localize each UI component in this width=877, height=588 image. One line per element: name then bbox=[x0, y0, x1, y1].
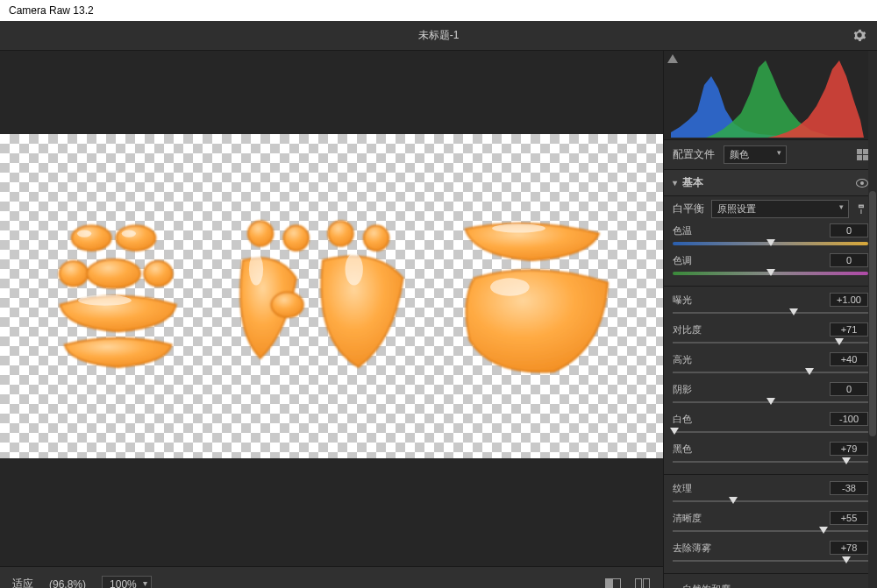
svg-point-15 bbox=[345, 253, 362, 286]
blacks-label: 黑色 bbox=[673, 443, 830, 456]
preview-pad-bottom bbox=[0, 458, 663, 566]
highlights-value[interactable]: +40 bbox=[830, 352, 868, 366]
svg-point-2 bbox=[59, 261, 87, 286]
slider-shadows[interactable]: 阴影0 bbox=[664, 379, 877, 409]
section-basic-header[interactable]: ▾ 基本 bbox=[664, 170, 877, 196]
svg-point-6 bbox=[283, 226, 308, 251]
slider-temperature[interactable]: 色温0 bbox=[664, 221, 877, 251]
blacks-thumb[interactable] bbox=[842, 457, 851, 464]
whites-thumb[interactable] bbox=[670, 428, 679, 435]
slider-whites[interactable]: 白色-100 bbox=[664, 409, 877, 439]
adjustment-sidebar: 配置文件 颜色 ▾ 基本 白平衡 原照设置 色温0 bbox=[663, 51, 877, 588]
svg-point-14 bbox=[249, 253, 263, 286]
fit-label[interactable]: 适应 bbox=[12, 577, 33, 588]
shadows-value[interactable]: 0 bbox=[830, 382, 868, 396]
clarity-label: 清晰度 bbox=[673, 512, 830, 525]
divider bbox=[664, 286, 877, 287]
compare-split-icon[interactable] bbox=[635, 578, 651, 589]
svg-point-11 bbox=[77, 230, 91, 237]
svg-point-9 bbox=[271, 293, 303, 317]
svg-point-7 bbox=[328, 222, 353, 246]
visibility-eye-icon[interactable] bbox=[856, 179, 868, 188]
white-balance-row: 白平衡 原照设置 bbox=[664, 196, 877, 221]
chevron-down-icon: ▾ bbox=[673, 584, 677, 588]
before-after-icon[interactable] bbox=[605, 578, 621, 589]
slider-blacks[interactable]: 黑色+79 bbox=[664, 439, 877, 471]
temp-value[interactable]: 0 bbox=[830, 223, 868, 237]
app-window: Camera Raw 13.2 未标题-1 bbox=[0, 0, 877, 588]
chevron-down-icon: ▾ bbox=[673, 178, 677, 188]
zoom-select[interactable]: 100% bbox=[102, 576, 152, 589]
app-panel: 未标题-1 bbox=[0, 21, 877, 588]
top-bar: 未标题-1 bbox=[0, 21, 877, 51]
texture-label: 纹理 bbox=[673, 482, 830, 495]
transparency-canvas bbox=[0, 134, 663, 458]
section-natural-saturation[interactable]: ▾ 自然饱和度 bbox=[664, 577, 877, 588]
svg-point-3 bbox=[87, 259, 140, 287]
svg-point-1 bbox=[116, 226, 155, 251]
natural-label: 自然饱和度 bbox=[682, 583, 731, 588]
tint-thumb[interactable] bbox=[766, 269, 775, 276]
section-basic-title: 基本 bbox=[682, 175, 703, 190]
wb-label: 白平衡 bbox=[673, 202, 704, 216]
exposure-label: 曝光 bbox=[673, 294, 830, 307]
slider-highlights[interactable]: 高光+40 bbox=[664, 350, 877, 379]
canvas-wrap bbox=[0, 134, 663, 458]
fit-percent: (96.8%) bbox=[49, 578, 86, 589]
svg-point-12 bbox=[121, 230, 135, 237]
footer-bar: 适应 (96.8%) 100% bbox=[0, 566, 663, 588]
temp-label: 色温 bbox=[673, 224, 830, 237]
svg-point-4 bbox=[144, 261, 172, 286]
highlights-thumb[interactable] bbox=[805, 368, 814, 375]
svg-point-13 bbox=[78, 295, 132, 306]
histogram-panel[interactable] bbox=[664, 51, 877, 140]
whites-value[interactable]: -100 bbox=[830, 412, 868, 426]
divider bbox=[664, 573, 877, 574]
profile-label: 配置文件 bbox=[673, 147, 715, 162]
clarity-value[interactable]: +55 bbox=[830, 511, 868, 525]
slider-tint[interactable]: 色调0 bbox=[664, 251, 877, 282]
slider-clarity[interactable]: 清晰度+55 bbox=[664, 508, 877, 538]
texture-value[interactable]: -38 bbox=[830, 481, 868, 495]
slider-exposure[interactable]: 曝光+1.00 bbox=[664, 290, 877, 320]
texture-thumb[interactable] bbox=[729, 497, 738, 504]
sidebar-scrollbar-thumb[interactable] bbox=[869, 191, 876, 436]
profile-select[interactable]: 颜色 bbox=[724, 145, 787, 164]
tint-label: 色调 bbox=[673, 254, 830, 267]
document-title: 未标题-1 bbox=[418, 28, 460, 43]
main-area: 适应 (96.8%) 100% bbox=[0, 51, 877, 588]
blacks-value[interactable]: +79 bbox=[830, 442, 868, 456]
clarity-thumb[interactable] bbox=[819, 527, 828, 534]
exposure-thumb[interactable] bbox=[789, 308, 798, 315]
profile-browser-icon[interactable] bbox=[857, 149, 868, 160]
histogram-chart bbox=[671, 59, 864, 138]
dehaze-value[interactable]: +78 bbox=[830, 541, 868, 555]
svg-point-8 bbox=[364, 226, 389, 251]
settings-gear-icon[interactable] bbox=[852, 28, 866, 46]
contrast-value[interactable]: +71 bbox=[830, 322, 868, 337]
profile-row: 配置文件 颜色 bbox=[664, 140, 877, 170]
shadows-thumb[interactable] bbox=[766, 398, 775, 405]
shadows-label: 阴影 bbox=[673, 383, 830, 396]
highlights-label: 高光 bbox=[673, 353, 830, 366]
contrast-thumb[interactable] bbox=[835, 338, 844, 345]
sidebar-scrollbar-track[interactable] bbox=[868, 51, 877, 588]
divider bbox=[664, 474, 877, 475]
whites-label: 白色 bbox=[673, 413, 830, 426]
dehaze-thumb[interactable] bbox=[842, 556, 851, 563]
contrast-label: 对比度 bbox=[673, 323, 830, 337]
slider-dehaze[interactable]: 去除薄雾+78 bbox=[664, 538, 877, 570]
svg-point-5 bbox=[248, 222, 273, 246]
temp-thumb[interactable] bbox=[766, 239, 775, 246]
preview-canvas[interactable] bbox=[0, 134, 663, 458]
app-title: Camera Raw 13.2 bbox=[9, 4, 94, 17]
image-content bbox=[0, 134, 663, 458]
slider-contrast[interactable]: 对比度+71 bbox=[664, 320, 877, 350]
slider-texture[interactable]: 纹理-38 bbox=[664, 478, 877, 508]
svg-point-16 bbox=[492, 224, 545, 233]
exposure-value[interactable]: +1.00 bbox=[830, 293, 868, 307]
wb-select[interactable]: 原照设置 bbox=[711, 200, 849, 218]
window-titlebar: Camera Raw 13.2 bbox=[0, 0, 877, 21]
footer-view-icons bbox=[605, 578, 651, 589]
tint-value[interactable]: 0 bbox=[830, 253, 868, 267]
